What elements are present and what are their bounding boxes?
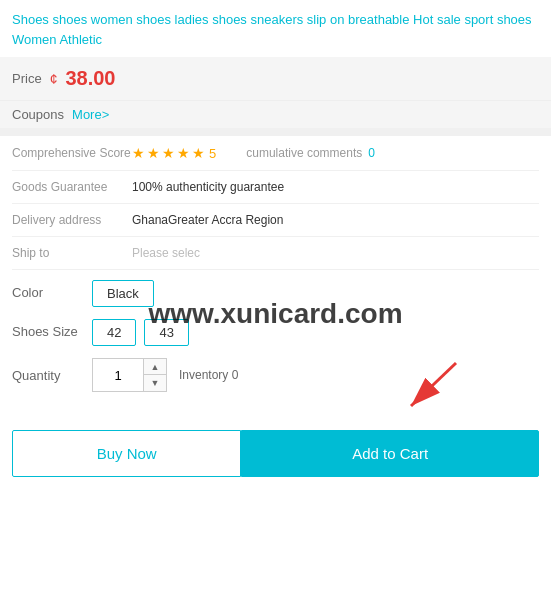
score-label: Comprehensive Score [12, 146, 132, 160]
size-options: 42 43 [92, 319, 189, 346]
quantity-label: Quantity [12, 368, 92, 383]
page-wrapper: Shoes shoes women shoes ladies shoes sne… [0, 0, 551, 489]
guarantee-label: Goods Guarantee [12, 180, 132, 194]
qty-up-arrow[interactable]: ▲ [144, 359, 166, 375]
delivery-row: Delivery address GhanaGreater Accra Regi… [12, 204, 539, 237]
guarantee-value: 100% authenticity guarantee [132, 180, 284, 194]
price-label: Price [12, 71, 42, 86]
comments-count: 0 [368, 146, 375, 160]
star-4: ★ [177, 145, 190, 161]
ship-to-label: Ship to [12, 246, 132, 260]
ship-to-placeholder[interactable]: Please selec [132, 246, 200, 260]
product-title: Shoes shoes women shoes ladies shoes sne… [0, 0, 551, 57]
star-5: ★ [192, 145, 205, 161]
options-section: Color Black Shoes Size 42 43 Quantity ▲ … [0, 270, 551, 414]
price-row: Price ¢ 38.00 [0, 57, 551, 100]
more-link[interactable]: More> [72, 107, 109, 122]
action-buttons: Buy Now Add to Cart [0, 418, 551, 489]
svg-line-1 [411, 363, 456, 406]
comments-label: cumulative comments [246, 146, 362, 160]
guarantee-row: Goods Guarantee 100% authenticity guaran… [12, 171, 539, 204]
delivery-label: Delivery address [12, 213, 132, 227]
color-label: Color [12, 280, 92, 300]
price-currency: ¢ [50, 71, 58, 87]
inventory-text: Inventory 0 [179, 368, 238, 382]
size-option-42[interactable]: 42 [92, 319, 136, 346]
star-2: ★ [147, 145, 160, 161]
quantity-control: ▲ ▼ [92, 358, 167, 392]
quantity-input[interactable] [93, 359, 143, 391]
qty-down-arrow[interactable]: ▼ [144, 375, 166, 391]
color-row: Color Black [12, 280, 539, 307]
score-num: 5 [209, 146, 216, 161]
add-to-cart-button[interactable]: Add to Cart [241, 430, 539, 477]
qty-arrows: ▲ ▼ [143, 359, 166, 391]
buy-now-button[interactable]: Buy Now [12, 430, 241, 477]
info-section: Comprehensive Score ★ ★ ★ ★ ★ 5 cumulati… [0, 136, 551, 270]
stars-container: ★ ★ ★ ★ ★ 5 [132, 145, 216, 161]
arrow-indicator [391, 358, 471, 421]
color-option-black[interactable]: Black [92, 280, 154, 307]
size-label: Shoes Size [12, 319, 92, 339]
color-options: Black [92, 280, 154, 307]
coupons-label: Coupons [12, 107, 64, 122]
section-divider [0, 128, 551, 136]
coupons-row: Coupons More> [0, 100, 551, 128]
size-row: Shoes Size 42 43 [12, 319, 539, 346]
price-amount: 38.00 [65, 67, 115, 90]
comments-section: cumulative comments 0 [246, 146, 375, 160]
size-option-43[interactable]: 43 [144, 319, 188, 346]
star-1: ★ [132, 145, 145, 161]
ship-to-row: Ship to Please selec [12, 237, 539, 270]
delivery-value: GhanaGreater Accra Region [132, 213, 283, 227]
score-row: Comprehensive Score ★ ★ ★ ★ ★ 5 cumulati… [12, 136, 539, 171]
star-3: ★ [162, 145, 175, 161]
